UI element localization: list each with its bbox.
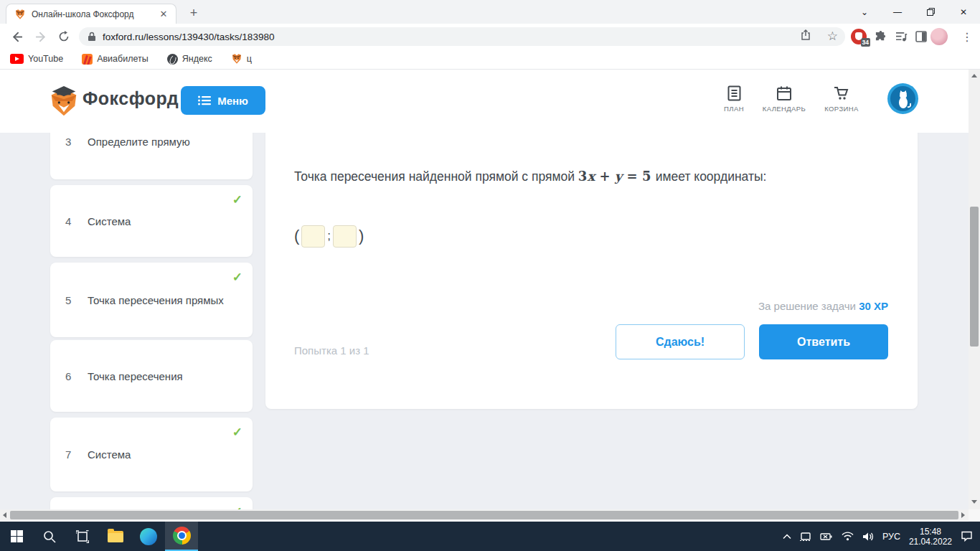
- new-tab-button[interactable]: +: [185, 5, 202, 22]
- back-icon[interactable]: [7, 27, 26, 46]
- file-explorer-button[interactable]: [99, 522, 132, 551]
- user-avatar[interactable]: [887, 83, 918, 114]
- paren-open: (: [294, 227, 299, 245]
- task-card-3[interactable]: 3 Определите прямую: [50, 133, 253, 179]
- nav-cart[interactable]: КОРЗИНА: [816, 85, 867, 113]
- question-prefix: Точка пересечения найденной прямой с пря…: [294, 169, 575, 184]
- chrome-button[interactable]: [165, 522, 198, 551]
- tablet-mode-icon[interactable]: [800, 532, 811, 542]
- formula: 3x + y = 5: [578, 169, 656, 184]
- browser-menu-icon[interactable]: ⋮: [958, 27, 976, 46]
- browser-toolbar: foxford.ru/lessons/139430/tasks/183980 ☆…: [0, 24, 980, 49]
- battery-icon[interactable]: [820, 532, 833, 541]
- clock[interactable]: 15:48 21.04.2022: [909, 527, 952, 547]
- coordinate-y-input[interactable]: [333, 225, 357, 248]
- search-button[interactable]: [33, 522, 66, 551]
- volume-icon[interactable]: [862, 532, 874, 542]
- folder-icon: [108, 531, 123, 542]
- task-view-icon: [76, 530, 89, 543]
- bookmark-aviabilety[interactable]: Авиабилеты: [82, 54, 149, 65]
- tab-close-icon[interactable]: ✕: [157, 8, 170, 21]
- task-card-5[interactable]: ✓ 5 Точка пересечения прямых: [50, 263, 253, 337]
- answer-button[interactable]: Ответить: [759, 324, 888, 359]
- bookmark-label: YouTube: [28, 54, 63, 64]
- scroll-up-icon[interactable]: [971, 74, 977, 77]
- search-icon: [43, 530, 56, 543]
- task-label: Точка пересечения: [88, 370, 183, 382]
- nav-plan[interactable]: ПЛАН: [709, 85, 759, 113]
- lock-icon: [88, 32, 96, 42]
- task-label: Система: [88, 448, 131, 461]
- chrome-icon: [173, 527, 191, 545]
- tray-expand-icon[interactable]: [783, 534, 791, 540]
- share-icon[interactable]: [800, 29, 811, 44]
- brand-title[interactable]: Фоксфорд: [83, 88, 179, 109]
- give-up-button[interactable]: Сдаюсь!: [616, 324, 745, 359]
- completed-check-icon: ✓: [232, 192, 242, 207]
- foxford-favicon-icon: [14, 9, 26, 20]
- menu-button-label: Меню: [217, 95, 248, 107]
- window-restore-icon[interactable]: [914, 0, 947, 24]
- scroll-down-icon[interactable]: [971, 500, 977, 504]
- youtube-icon: [10, 54, 24, 64]
- question-text: Точка пересечения найденной прямой с пря…: [294, 169, 882, 184]
- vertical-scroll-thumb[interactable]: [970, 207, 979, 347]
- url-text[interactable]: foxford.ru/lessons/139430/tasks/183980: [103, 32, 800, 42]
- answer-row: ( ; ): [294, 223, 364, 249]
- horizontal-scrollbar[interactable]: [0, 509, 969, 521]
- task-label: Определите прямую: [88, 136, 190, 148]
- extensions-puzzle-icon[interactable]: [871, 27, 890, 46]
- edge-button[interactable]: [132, 522, 165, 551]
- adblock-extension-icon[interactable]: 34: [849, 27, 868, 46]
- task-label: Система: [88, 215, 131, 227]
- task-number: 3: [65, 136, 88, 148]
- browser-titlebar: Онлайн-школа Фоксфорд ✕ + ⌄ — ✕: [0, 0, 980, 24]
- address-bar[interactable]: foxford.ru/lessons/139430/tasks/183980 ☆: [79, 27, 845, 46]
- scroll-right-icon[interactable]: [961, 512, 965, 518]
- wifi-icon[interactable]: [842, 532, 854, 541]
- bookmark-foxford[interactable]: ц: [231, 53, 252, 65]
- forward-icon: [32, 27, 50, 46]
- bookmark-star-icon[interactable]: ☆: [827, 31, 838, 42]
- start-button[interactable]: [0, 522, 33, 551]
- bookmark-label: Яндекс: [182, 54, 212, 64]
- browser-tab[interactable]: Онлайн-школа Фоксфорд ✕: [6, 4, 176, 24]
- media-controls-icon[interactable]: [892, 27, 910, 46]
- task-card-4[interactable]: ✓ 4 Система: [50, 185, 253, 257]
- task-view-button[interactable]: [66, 522, 99, 551]
- scroll-left-icon[interactable]: [3, 512, 6, 518]
- reload-icon[interactable]: [55, 27, 73, 46]
- action-center-icon[interactable]: [961, 531, 973, 542]
- nav-calendar-label: КАЛЕНДАРЬ: [763, 105, 806, 113]
- menu-button[interactable]: Меню: [181, 86, 265, 115]
- task-card-8[interactable]: ✓: [50, 497, 253, 509]
- profile-avatar[interactable]: [930, 27, 948, 46]
- nav-plan-label: ПЛАН: [724, 105, 744, 113]
- cart-icon: [834, 85, 849, 101]
- vertical-scrollbar[interactable]: [969, 70, 980, 509]
- task-number: 6: [65, 370, 88, 382]
- foxford-logo-icon[interactable]: [47, 84, 80, 118]
- fox-icon: [231, 53, 242, 65]
- bookmark-yandex[interactable]: Яндекс: [167, 54, 212, 65]
- window-chevron-icon[interactable]: ⌄: [848, 0, 881, 24]
- web-page: Фоксфорд Меню ПЛАН КАЛЕНДАРЬ КОРЗИНА: [0, 70, 980, 522]
- separator: ;: [327, 229, 331, 243]
- horizontal-scroll-thumb[interactable]: [10, 511, 958, 519]
- window-minimize-icon[interactable]: —: [881, 0, 914, 24]
- reward-xp: 30 XP: [859, 300, 888, 312]
- bookmark-youtube[interactable]: YouTube: [10, 54, 63, 64]
- window-close-icon[interactable]: ✕: [947, 0, 980, 24]
- plan-icon: [727, 85, 742, 101]
- task-number: 7: [65, 448, 88, 461]
- bookmarks-bar: YouTube Авиабилеты Яндекс ц: [0, 49, 980, 70]
- coordinate-x-input[interactable]: [301, 225, 325, 248]
- nav-calendar[interactable]: КАЛЕНДАРЬ: [759, 85, 809, 113]
- task-card-6[interactable]: 6 Точка пересечения: [50, 340, 253, 412]
- language-indicator[interactable]: РУС: [882, 532, 900, 542]
- attempt-counter: Попытка 1 из 1: [294, 344, 369, 357]
- completed-check-icon: ✓: [232, 504, 242, 509]
- side-panel-icon[interactable]: [912, 27, 930, 46]
- lesson-body: 3 Определите прямую ✓ 4 Система ✓ 5 Точк…: [0, 133, 969, 509]
- task-card-7[interactable]: ✓ 7 Система: [50, 418, 253, 491]
